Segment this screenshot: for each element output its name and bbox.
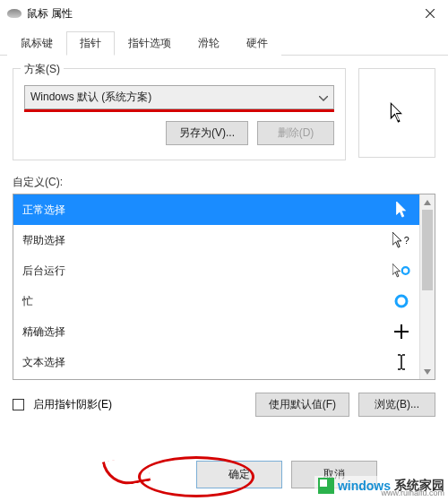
tab-pointer-options[interactable]: 指针选项 [115, 31, 185, 56]
list-item-label: 忙 [22, 294, 33, 309]
arrow-busy-cursor-icon [392, 263, 410, 279]
button-label: 另存为(V)... [179, 126, 235, 139]
scroll-up-icon[interactable] [420, 194, 435, 210]
delete-button: 删除(D) [257, 121, 334, 145]
list-item-label: 帮助选择 [22, 233, 65, 248]
chevron-down-icon [319, 91, 328, 104]
watermark: windows 系统家园 www.ruihaifu.com [314, 476, 448, 496]
button-label: 删除(D) [278, 126, 314, 139]
tab-hardware[interactable]: 硬件 [233, 31, 281, 56]
shadow-checkbox-label[interactable]: 启用指针阴影(E) [33, 397, 112, 412]
window-title: 鼠标 属性 [27, 6, 412, 22]
annotation-underline [24, 109, 334, 112]
button-label: 浏览(B)... [375, 398, 419, 410]
scroll-thumb[interactable] [422, 210, 433, 290]
list-item-label: 正常选择 [22, 203, 65, 218]
mouse-icon [7, 9, 22, 18]
list-item-text-select[interactable]: 文本选择 [13, 347, 419, 377]
tab-label: 指针 [80, 37, 101, 49]
ibeam-cursor-icon [392, 354, 410, 370]
tab-label: 指针选项 [128, 37, 171, 49]
arrow-cursor-icon [389, 102, 405, 124]
tab-pointers[interactable]: 指针 [66, 31, 115, 56]
cross-cursor-icon [392, 324, 410, 339]
svg-text:?: ? [404, 235, 409, 246]
tab-strip: 鼠标键 指针 指针选项 滑轮 硬件 [0, 30, 448, 56]
scroll-track[interactable] [420, 210, 435, 364]
list-item-label: 精确选择 [22, 324, 65, 340]
list-item-label: 文本选择 [22, 355, 65, 370]
close-icon [426, 9, 435, 18]
pointer-preview [358, 68, 435, 158]
tab-label: 滑轮 [198, 37, 220, 49]
scroll-down-icon[interactable] [420, 364, 435, 379]
arrow-help-cursor-icon: ? [392, 232, 410, 248]
watermark-url: www.ruihaifu.com [381, 488, 444, 497]
tab-wheel[interactable]: 滑轮 [185, 31, 233, 56]
list-item-normal-select[interactable]: 正常选择 [13, 194, 419, 225]
scheme-selected-value: Windows 默认 (系统方案) [30, 91, 151, 103]
list-item-help-select[interactable]: 帮助选择 ? [13, 225, 419, 255]
customize-label: 自定义(C): [13, 175, 435, 190]
svg-point-2 [396, 296, 407, 307]
use-default-button[interactable]: 使用默认值(F) [255, 393, 349, 417]
titlebar: 鼠标 属性 [0, 0, 448, 27]
save-as-button[interactable]: 另存为(V)... [166, 121, 248, 145]
list-item-label: 后台运行 [22, 263, 65, 279]
scheme-legend: 方案(S) [21, 62, 64, 77]
list-scrollbar[interactable] [419, 194, 435, 379]
shadow-checkbox[interactable] [13, 399, 24, 410]
scheme-dropdown[interactable]: Windows 默认 (系统方案) [24, 85, 334, 109]
browse-button[interactable]: 浏览(B)... [358, 393, 435, 417]
button-label: 使用默认值(F) [269, 398, 336, 410]
list-item-background-busy[interactable]: 后台运行 [13, 255, 419, 286]
button-label: 确定 [228, 468, 250, 480]
tab-label: 硬件 [246, 37, 268, 49]
busy-cursor-icon [392, 294, 410, 308]
tab-content: 方案(S) Windows 默认 (系统方案) 另存为(V)... 删除(D) … [0, 56, 448, 417]
tab-mouse-keys[interactable]: 鼠标键 [7, 31, 66, 56]
list-item-busy[interactable]: 忙 [13, 286, 419, 316]
scheme-group: 方案(S) Windows 默认 (系统方案) 另存为(V)... 删除(D) [13, 68, 346, 160]
close-button[interactable] [412, 0, 448, 27]
tab-label: 鼠标键 [21, 37, 53, 49]
arrow-cursor-icon [392, 202, 410, 218]
pointer-list: 正常选择 帮助选择 ? 后台运行 忙 精确选择 文本选择 [13, 194, 435, 380]
svg-point-1 [402, 267, 409, 274]
ok-button[interactable]: 确定 [196, 461, 282, 488]
watermark-logo-icon [318, 478, 334, 494]
list-item-precision-select[interactable]: 精确选择 [13, 316, 419, 347]
